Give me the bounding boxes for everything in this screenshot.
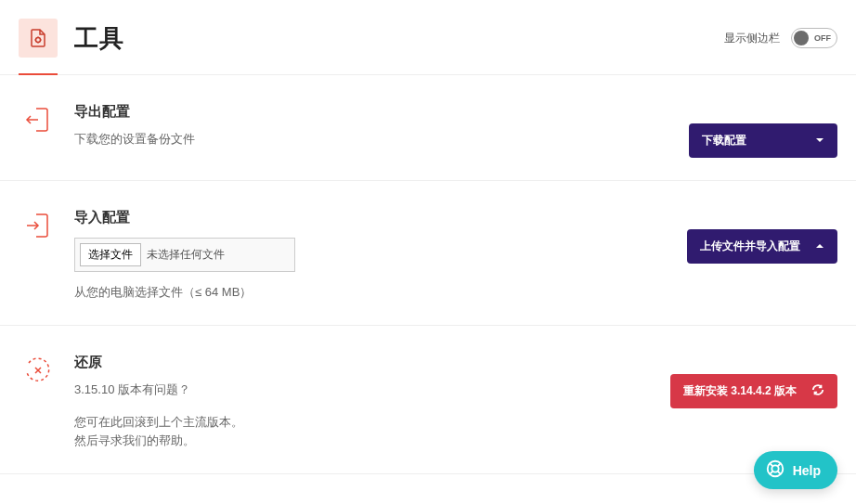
- help-label: Help: [793, 463, 821, 478]
- refresh-icon: [811, 383, 824, 399]
- restore-title: 还原: [74, 354, 654, 371]
- page-title: 工具: [74, 22, 124, 55]
- import-section: 导入配置 选择文件 未选择任何文件 从您的电脑选择文件（≤ 64 MB） 上传文…: [0, 181, 856, 326]
- import-hint: 从您的电脑选择文件（≤ 64 MB）: [74, 283, 670, 303]
- svg-point-0: [36, 38, 41, 43]
- export-action: 下载配置: [689, 103, 837, 158]
- import-action: 上传文件并导入配置: [687, 209, 837, 303]
- download-config-label: 下载配置: [702, 133, 746, 149]
- upload-import-button[interactable]: 上传文件并导入配置: [687, 229, 837, 264]
- download-config-button[interactable]: 下载配置: [689, 123, 837, 158]
- restore-icon: [19, 354, 58, 451]
- export-title: 导出配置: [74, 103, 672, 121]
- header-right: 显示侧边栏 OFF: [724, 28, 837, 48]
- export-icon: [19, 103, 58, 158]
- export-body: 导出配置 下载您的设置备份文件: [74, 103, 672, 158]
- restore-section: 还原 3.15.10 版本有问题？ 您可在此回滚到上个主流版本。 然后寻求我们的…: [0, 326, 856, 474]
- file-input-row: 选择文件 未选择任何文件: [74, 238, 295, 272]
- lifebuoy-icon: [765, 459, 785, 482]
- import-icon: [19, 209, 58, 303]
- reinstall-button[interactable]: 重新安装 3.14.4.2 版本: [670, 374, 837, 408]
- restore-body: 还原 3.15.10 版本有问题？ 您可在此回滚到上个主流版本。 然后寻求我们的…: [74, 354, 654, 451]
- restore-action: 重新安装 3.14.4.2 版本: [670, 354, 837, 451]
- choose-file-button[interactable]: 选择文件: [80, 243, 141, 266]
- export-desc: 下载您的设置备份文件: [74, 130, 672, 149]
- sidebar-toggle-label: 显示侧边栏: [724, 31, 780, 46]
- upload-import-label: 上传文件并导入配置: [700, 239, 800, 254]
- restore-line3: 然后寻求我们的帮助。: [74, 432, 654, 451]
- toggle-state-text: OFF: [814, 33, 831, 43]
- restore-line2: 您可在此回滚到上个主流版本。: [74, 413, 654, 433]
- sidebar-toggle[interactable]: OFF: [791, 28, 837, 48]
- header-underline: [19, 73, 58, 75]
- import-title: 导入配置: [74, 209, 670, 226]
- reinstall-label: 重新安装 3.14.4.2 版本: [683, 383, 797, 399]
- page-header: 工具 显示侧边栏 OFF: [0, 0, 856, 75]
- chevron-down-icon: [815, 135, 824, 148]
- toggle-knob: [794, 31, 809, 45]
- import-body: 导入配置 选择文件 未选择任何文件 从您的电脑选择文件（≤ 64 MB）: [74, 209, 670, 303]
- chevron-up-icon: [815, 240, 824, 253]
- export-section: 导出配置 下载您的设置备份文件 下载配置: [0, 75, 856, 181]
- header-left: 工具: [19, 19, 124, 58]
- restore-line1: 3.15.10 版本有问题？: [74, 381, 654, 400]
- help-widget[interactable]: Help: [754, 451, 837, 489]
- file-status-text: 未选择任何文件: [147, 247, 290, 263]
- tools-icon: [19, 19, 58, 58]
- svg-point-2: [772, 465, 778, 472]
